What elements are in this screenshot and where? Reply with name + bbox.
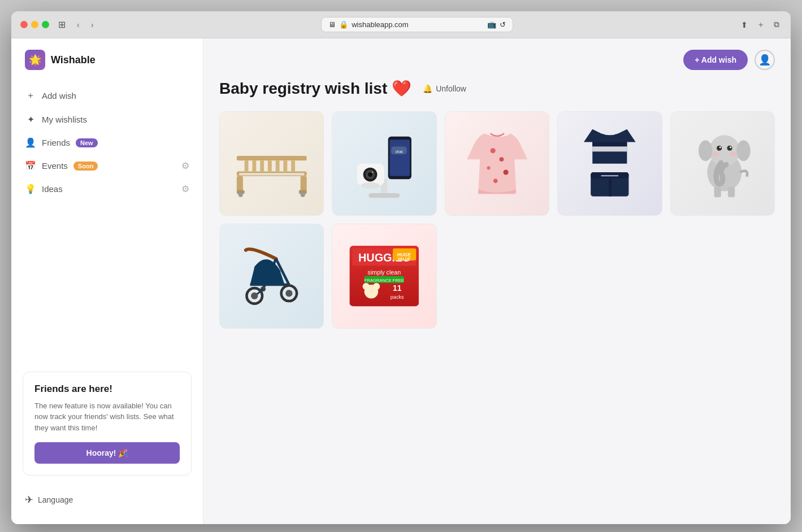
wish-card-huggies[interactable]: HUGGIES simply clean FRAGRANCE FREE 11 p… [332, 224, 436, 328]
elephant-svg [684, 125, 762, 203]
events-icon: 📅 [25, 160, 36, 171]
close-button[interactable] [20, 21, 28, 28]
svg-rect-10 [291, 160, 295, 171]
svg-point-15 [301, 193, 305, 197]
svg-point-27 [361, 182, 380, 189]
profile-button[interactable]: 👤 [755, 50, 775, 70]
app-container: 🌟 Wishable ＋ Add wish ✦ My wishlists 👤 F… [11, 38, 791, 524]
unfollow-label: Unfollow [436, 84, 466, 93]
ideas-icon: 💡 [25, 184, 36, 194]
svg-rect-1 [237, 156, 307, 160]
svg-text:chat: chat [396, 149, 403, 153]
sidebar-item-ideas[interactable]: 💡 Ideas ⚙ [11, 177, 203, 200]
wish-card-empty-3 [670, 224, 775, 328]
stroller-svg [233, 237, 311, 315]
friends-badge: New [76, 138, 98, 147]
ideas-settings-icon[interactable]: ⚙ [181, 184, 189, 194]
language-button[interactable]: ✈ Language [11, 487, 203, 513]
url-text: wishableapp.com [352, 20, 408, 29]
bell-icon: 🔔 [423, 84, 432, 93]
svg-rect-6 [260, 160, 264, 171]
svg-point-46 [730, 146, 731, 148]
svg-point-44 [727, 146, 732, 151]
svg-rect-34 [592, 142, 627, 146]
sidebar-toggle-btn[interactable]: ⊞ [56, 18, 68, 31]
svg-rect-49 [714, 187, 721, 197]
svg-rect-37 [609, 178, 612, 197]
wishlist-grid-row2: HUGGIES simply clean FRAGRANCE FREE 11 p… [203, 216, 791, 328]
add-wish-button[interactable]: + Add wish [683, 50, 748, 70]
main-header: + Add wish 👤 [203, 38, 791, 79]
share-btn[interactable]: ⬆ [739, 19, 750, 30]
wish-card-stroller[interactable] [219, 224, 324, 328]
address-bar-container: 🖥 🔒 wishableapp.com 📺 ↺ [102, 17, 732, 32]
svg-point-42 [736, 140, 750, 161]
forward-btn[interactable]: › [89, 19, 96, 30]
outfit-svg [571, 125, 649, 203]
wish-card-crib[interactable] [219, 111, 324, 216]
promo-text: The new feature is now available! You ca… [34, 400, 180, 434]
browser-actions: ⬆ ＋ ⧉ [739, 19, 782, 31]
sidebar: 🌟 Wishable ＋ Add wish ✦ My wishlists 👤 F… [11, 38, 203, 524]
svg-point-30 [487, 166, 490, 169]
svg-point-41 [698, 140, 712, 161]
minimize-button[interactable] [31, 21, 38, 28]
logo-text: Wishable [51, 54, 96, 66]
svg-rect-5 [252, 160, 256, 171]
unfollow-button[interactable]: 🔔 Unfollow [423, 84, 466, 93]
svg-rect-8 [276, 160, 280, 171]
promo-button[interactable]: Hooray! 🎉 [34, 442, 180, 464]
svg-rect-11 [239, 173, 305, 175]
new-tab-btn[interactable]: ＋ [755, 19, 767, 31]
events-settings-icon[interactable]: ⚙ [181, 160, 189, 171]
wish-card-dress[interactable] [445, 111, 549, 216]
heart-emoji: ❤️ [392, 79, 411, 98]
promo-title: Friends are here! [34, 383, 180, 395]
sidebar-item-events[interactable]: 📅 Events Soon ⚙ [11, 154, 203, 177]
language-label: Language [38, 495, 73, 504]
lock-icon: 🔒 [339, 20, 348, 29]
svg-point-32 [493, 178, 498, 183]
screen-icon: 🖥 [328, 20, 336, 29]
refresh-icon[interactable]: ↺ [500, 20, 506, 29]
sidebar-item-label: Ideas [42, 184, 63, 194]
svg-point-29 [499, 157, 504, 162]
svg-rect-4 [245, 160, 249, 171]
svg-point-47 [712, 152, 719, 156]
wishlists-icon: ✦ [25, 114, 36, 125]
traffic-lights [20, 21, 49, 28]
profile-icon: 👤 [758, 54, 771, 66]
crib-svg [233, 125, 311, 203]
wish-card-elephant[interactable] [670, 111, 775, 216]
svg-rect-9 [283, 160, 287, 171]
wish-card-monitor[interactable]: chat [332, 111, 436, 216]
back-btn[interactable]: ‹ [75, 19, 82, 30]
svg-point-48 [730, 152, 736, 156]
svg-point-68 [363, 283, 370, 290]
sidebar-item-friends[interactable]: 👤 Friends New [11, 131, 203, 154]
wish-card-empty-1 [445, 224, 549, 328]
svg-point-25 [368, 172, 372, 177]
browser-toolbar: ⊞ ‹ › 🖥 🔒 wishableapp.com 📺 ↺ ⬆ ＋ ⧉ [11, 11, 791, 38]
language-icon: ✈ [25, 494, 33, 506]
maximize-button[interactable] [42, 21, 49, 28]
svg-text:11: 11 [393, 284, 402, 293]
svg-point-26 [372, 171, 374, 173]
wishlist-title: Baby registry wish list ❤️ [219, 79, 411, 98]
svg-rect-3 [301, 176, 307, 192]
sidebar-item-label: Friends [42, 138, 70, 147]
svg-point-28 [490, 148, 495, 153]
svg-point-31 [503, 169, 508, 175]
promo-card: Friends are here! The new feature is now… [23, 372, 192, 476]
svg-text:FRAGRANCE FREE: FRAGRANCE FREE [365, 278, 404, 284]
main-content: + Add wish 👤 Baby registry wish list ❤️ … [203, 38, 791, 524]
svg-point-57 [285, 290, 292, 297]
sidebar-item-my-wishlists[interactable]: ✦ My wishlists [11, 108, 203, 131]
svg-point-14 [239, 193, 243, 197]
wish-card-outfit[interactable] [557, 111, 662, 216]
address-bar[interactable]: 🖥 🔒 wishableapp.com 📺 ↺ [321, 17, 513, 32]
sidebar-item-add-wish[interactable]: ＋ Add wish [11, 84, 203, 108]
svg-rect-33 [592, 146, 627, 151]
monitor-svg: chat [345, 125, 423, 203]
windows-btn[interactable]: ⧉ [771, 19, 782, 30]
